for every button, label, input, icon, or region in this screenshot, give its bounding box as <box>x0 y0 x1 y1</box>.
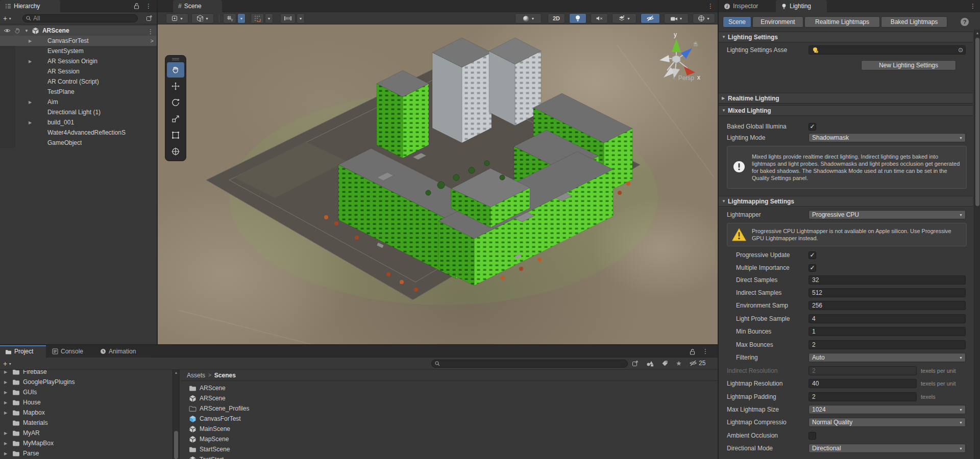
section-lighting-settings[interactable]: ▼ Lighting Settings <box>719 32 973 42</box>
gizmos-button[interactable]: ▼ <box>693 13 715 23</box>
scene-lighting-toggle-button[interactable] <box>569 13 586 23</box>
tab-project[interactable]: Project <box>0 345 46 358</box>
tab-lighting[interactable]: Lighting <box>776 0 827 12</box>
hierarchy-create-button[interactable]: +▼ <box>3 14 16 23</box>
lighting-mode-dropdown[interactable]: Shadowmask▼ <box>808 133 966 142</box>
object-picker-icon[interactable]: ⊙ <box>958 46 963 54</box>
toggle-2d-button[interactable]: 2D <box>548 13 565 23</box>
project-create-button[interactable]: +▼ <box>3 359 16 368</box>
expand-arrow-icon[interactable]: ▶ <box>29 39 35 43</box>
expand-arrow-icon[interactable]: ▶ <box>4 441 10 446</box>
hierarchy-pick-window-icon[interactable] <box>146 15 153 21</box>
section-realtime-lighting[interactable]: ▶ Realtime Lighting <box>719 93 973 104</box>
scrollbar-thumb[interactable] <box>975 38 979 206</box>
project-search-input[interactable] <box>431 360 628 368</box>
asset-list-item[interactable]: MainScene <box>181 424 718 434</box>
overlay-drag-handle[interactable] <box>167 57 184 61</box>
prefab-chevron-icon[interactable]: > <box>151 38 154 44</box>
asset-list-item[interactable]: ARScene <box>181 383 718 393</box>
tab-scene[interactable]: # Scene <box>173 0 222 12</box>
max-lightmap-size-dropdown[interactable]: 1024▼ <box>808 405 966 414</box>
help-icon[interactable]: ? <box>961 18 969 26</box>
section-mixed-lighting[interactable]: ▼ Mixed Lighting <box>719 105 973 116</box>
camera-settings-button[interactable]: ▼ <box>664 13 689 23</box>
move-tool-button[interactable] <box>167 79 184 94</box>
shading-mode-button[interactable]: ▼ <box>515 13 542 23</box>
project-lock-icon[interactable] <box>690 348 695 355</box>
max-bounces-input[interactable]: 2 <box>808 340 966 349</box>
environment-samples-input[interactable]: 256 <box>808 301 966 310</box>
projection-toggle[interactable]: < Persp <box>672 74 694 82</box>
hidden-count-group[interactable]: 25 <box>689 360 705 367</box>
subtab-scene[interactable]: Scene <box>723 16 751 28</box>
tool-handle-rotation-button[interactable]: ▼ <box>191 13 214 23</box>
hierarchy-item[interactable]: ▶ AR Control (Script) > <box>0 76 157 87</box>
folder-tree-item[interactable]: ▶ House <box>0 397 179 407</box>
tab-animation[interactable]: Animation <box>95 345 150 358</box>
folder-tree-item[interactable]: ▶ Mapbox <box>0 407 179 418</box>
expand-arrow-icon[interactable]: ▶ <box>4 411 10 415</box>
project-menu-icon[interactable]: ⋮ <box>701 347 709 356</box>
hierarchy-item[interactable]: ▶ Aim > <box>0 97 157 107</box>
lightmap-padding-input[interactable]: 2 <box>808 392 917 401</box>
asset-list-item[interactable]: MapScene <box>181 434 718 444</box>
expand-arrow-icon[interactable]: ▶ <box>4 400 10 405</box>
hierarchy-item[interactable]: ▶ AR Session Origin > <box>0 56 157 66</box>
audio-toggle-button[interactable] <box>591 13 608 23</box>
snap-increment-button[interactable] <box>251 13 264 23</box>
folder-tree-item[interactable]: ▶ GooglePlayPlugins <box>0 377 179 387</box>
expand-arrow-icon[interactable]: ▶ <box>4 390 10 395</box>
lighting-scrollbar[interactable]: ▲ <box>974 30 980 459</box>
progressive-updates-checkbox[interactable]: ✓ <box>808 251 816 259</box>
pickability-hand-icon[interactable] <box>14 28 20 34</box>
hierarchy-item[interactable]: ▶ TestPlane > <box>0 87 157 97</box>
asset-list-item[interactable]: ARScene <box>181 393 718 403</box>
scene-menu-icon[interactable]: ⋮ <box>706 2 715 11</box>
scroll-up-icon[interactable]: ▲ <box>173 371 179 374</box>
scale-tool-button[interactable] <box>167 111 184 126</box>
hierarchy-item[interactable]: ▶ EventSystem > <box>0 46 157 56</box>
expand-arrow-icon[interactable]: ▶ <box>4 370 10 374</box>
asset-list-item[interactable]: ARScene_Profiles <box>181 403 718 414</box>
lightmap-resolution-input[interactable]: 40 <box>808 379 917 388</box>
grid-snap-button[interactable]: Y <box>223 13 236 23</box>
transform-tool-button[interactable] <box>167 144 184 159</box>
multiple-importance-checkbox[interactable]: ✓ <box>808 264 816 272</box>
new-lighting-settings-button[interactable]: New Lighting Settings <box>861 60 956 70</box>
breadcrumb-root[interactable]: Assets <box>187 372 205 379</box>
search-by-type-icon[interactable] <box>646 360 654 367</box>
hierarchy-item[interactable]: ▶ CanvasForTest > <box>0 36 157 46</box>
folders-scrollbar[interactable]: ▲ <box>173 370 179 459</box>
hierarchy-item[interactable]: ▶ Water4AdvancedReflectionS > <box>0 128 157 138</box>
scene-visibility-toggle-button[interactable] <box>641 13 660 23</box>
expand-arrow-icon[interactable]: ▶ <box>29 100 35 105</box>
snap-settings-button[interactable] <box>280 13 296 23</box>
snap-settings-dropdown[interactable]: ▼ <box>297 13 305 23</box>
directional-mode-dropdown[interactable]: Directional▼ <box>808 444 966 453</box>
expand-arrow-icon[interactable]: ▶ <box>29 59 35 64</box>
hierarchy-item[interactable]: ▶ Directional Light (1) > <box>0 107 157 117</box>
asset-list-item[interactable]: CanvasForTest <box>181 414 718 424</box>
tool-handle-pivot-button[interactable]: ▼ <box>166 13 188 23</box>
search-by-label-icon[interactable] <box>662 360 668 367</box>
ambient-occlusion-checkbox[interactable] <box>808 432 816 440</box>
expand-arrow-icon[interactable]: ▶ <box>29 120 35 125</box>
favorites-star-icon[interactable]: ★ <box>676 360 682 367</box>
hierarchy-scene-row[interactable]: ▼ ARScene ⋮ <box>0 26 157 36</box>
folder-tree-item[interactable]: ▶ Parse <box>0 448 179 458</box>
folder-tree-item[interactable]: ▶ Firebase <box>0 370 179 377</box>
subtab-baked-lightmaps[interactable]: Baked Lightmaps <box>881 16 947 28</box>
expand-arrow-icon[interactable]: ▶ <box>4 451 10 456</box>
scroll-up-icon[interactable]: ▲ <box>974 31 980 35</box>
folder-tree-item[interactable]: ▶ GUIs <box>0 387 179 397</box>
scene-tools-overlay[interactable] <box>165 55 186 161</box>
hierarchy-lock-icon[interactable] <box>134 3 139 9</box>
scene-row-menu-icon[interactable]: ⋮ <box>146 27 155 36</box>
rect-tool-button[interactable] <box>167 128 184 143</box>
filtering-dropdown[interactable]: Auto▼ <box>808 353 966 362</box>
subtab-environment[interactable]: Environment <box>752 16 803 28</box>
indirect-samples-input[interactable]: 512 <box>808 288 966 297</box>
foldout-caret-icon[interactable]: ▼ <box>24 29 29 33</box>
lightmapper-dropdown[interactable]: Progressive CPU▼ <box>808 210 966 219</box>
hierarchy-search-input[interactable]: All <box>22 14 138 22</box>
